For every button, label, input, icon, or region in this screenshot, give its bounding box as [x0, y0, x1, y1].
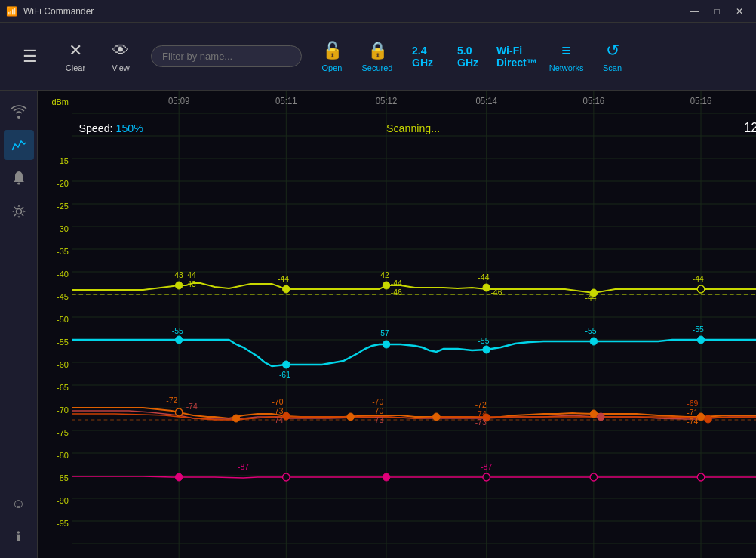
svg-text:-42: -42 [378, 270, 389, 279]
main-area: ☺ ℹ [0, 91, 756, 558]
filter-input[interactable] [151, 45, 302, 67]
svg-text:-73: -73 [475, 418, 487, 427]
bell-icon [11, 170, 27, 187]
svg-point-88 [175, 473, 182, 481]
svg-text:-44: -44 [391, 279, 402, 288]
svg-point-73 [705, 415, 711, 423]
svg-text:05:12: 05:12 [376, 96, 397, 106]
svg-text:-43: -43 [185, 279, 196, 288]
svg-text:-87: -87 [238, 462, 249, 471]
svg-text:05:11: 05:11 [275, 96, 297, 106]
svg-text:-70: -70 [372, 406, 383, 415]
dbm-minus85: -85 [57, 473, 69, 482]
sidebar-item-wifi[interactable] [4, 97, 34, 127]
scan-label: Scan [603, 63, 622, 72]
svg-text:-55: -55 [585, 326, 597, 335]
sidebar-item-settings[interactable] [4, 196, 34, 227]
svg-point-71 [598, 413, 604, 421]
svg-text:12: 12 [744, 120, 756, 136]
secured-label: Secured [362, 63, 393, 72]
wifi-icon [11, 103, 27, 120]
open-label: Open [322, 63, 343, 72]
sidebar-item-info[interactable]: ℹ [4, 522, 34, 552]
svg-point-36 [283, 285, 290, 293]
maximize-button[interactable]: □ [706, 3, 727, 20]
svg-point-38 [483, 284, 490, 291]
dbm-minus75: -75 [57, 428, 69, 437]
svg-point-64 [175, 408, 182, 416]
dbm-header: dBm [51, 97, 69, 106]
svg-text:-87: -87 [481, 462, 492, 471]
dbm-minus55: -55 [57, 338, 69, 347]
svg-text:05:14: 05:14 [475, 96, 497, 106]
svg-text:-55: -55 [693, 325, 704, 334]
close-button[interactable]: ✕ [729, 3, 750, 20]
title-bar-controls: — □ ✕ [684, 3, 750, 20]
dbm-minus15: -15 [57, 156, 69, 165]
svg-text:-46: -46 [391, 288, 402, 297]
svg-text:-44: -44 [278, 274, 289, 283]
dbm-minus90: -90 [57, 496, 69, 505]
view-icon: 👁 [112, 41, 129, 60]
dbm-labels: dBm -15 -20 -25 -30 -35 -40 -45 -50 -55 … [38, 91, 72, 558]
wifidirect-button[interactable]: Wi-FiDirect™ [490, 26, 543, 87]
networks-icon: ≡ [561, 41, 571, 60]
dbm-minus80: -80 [57, 451, 69, 460]
svg-text:-74: -74 [687, 417, 698, 426]
filter-wrap [151, 45, 302, 67]
svg-text:-43: -43 [172, 270, 183, 279]
networks-button[interactable]: ≡ Networks [543, 26, 590, 87]
sidebar-item-bell[interactable] [4, 163, 34, 193]
svg-text:Scanning...: Scanning... [386, 122, 440, 134]
clear-label: Clear [66, 63, 85, 72]
chart-area: 05:09 05:11 05:12 05:14 05:16 05:16 -43 … [38, 91, 756, 558]
view-label: View [112, 63, 130, 72]
svg-text:-44: -44 [693, 274, 704, 283]
sidebar-bottom: ☺ ℹ [4, 489, 34, 558]
menu-button[interactable]: ☰ [8, 26, 53, 87]
svg-text:-74: -74 [186, 402, 198, 411]
svg-point-90 [383, 473, 389, 481]
svg-point-68 [433, 413, 440, 421]
svg-point-70 [590, 410, 597, 418]
ghz50-button[interactable]: 5.0GHz [445, 26, 490, 87]
ghz50-icon: 5.0GHz [457, 45, 478, 69]
dbm-minus70: -70 [57, 405, 69, 415]
secured-button[interactable]: 🔒 Secured [355, 26, 400, 87]
wifidirect-icon: Wi-FiDirect™ [496, 45, 537, 69]
chart-line-icon [11, 137, 27, 153]
svg-text:-61: -61 [279, 370, 290, 379]
svg-text:05:16: 05:16 [583, 96, 604, 106]
dbm-minus45: -45 [57, 292, 69, 301]
svg-point-72 [697, 413, 704, 421]
svg-point-67 [347, 413, 354, 421]
hamburger-icon: ☰ [23, 47, 38, 66]
svg-point-1 [16, 209, 21, 214]
svg-rect-2 [72, 91, 756, 558]
gear-icon [11, 203, 27, 220]
scan-button[interactable]: ↺ Scan [590, 26, 635, 87]
lock-icon: 🔒 [367, 41, 388, 60]
svg-text:-72: -72 [475, 400, 487, 409]
clear-button[interactable]: ✕ Clear [53, 26, 98, 87]
ghz24-icon: 2.4GHz [412, 45, 433, 69]
svg-point-40 [697, 285, 704, 293]
sidebar-item-smiley[interactable]: ☺ [4, 489, 34, 519]
svg-text:-73: -73 [272, 406, 283, 415]
dbm-minus20: -20 [57, 179, 69, 188]
sidebar-item-chart[interactable] [4, 130, 34, 160]
open-button[interactable]: 🔓 Open [309, 26, 355, 87]
svg-text:05:16: 05:16 [690, 96, 711, 106]
minimize-button[interactable]: — [684, 3, 705, 20]
ghz24-button[interactable]: 2.4GHz [400, 26, 445, 87]
svg-point-55 [483, 346, 490, 353]
view-button[interactable]: 👁 View [98, 26, 143, 87]
svg-point-57 [697, 336, 704, 344]
svg-point-93 [697, 473, 704, 481]
app-icon: 📶 [6, 6, 17, 17]
dbm-minus25: -25 [57, 202, 69, 211]
svg-point-52 [175, 336, 182, 344]
svg-text:-55: -55 [478, 336, 489, 345]
svg-text:-70: -70 [272, 397, 283, 406]
toolbar: ☰ ✕ Clear 👁 View 🔓 Open 🔒 Secured 2.4GHz… [0, 23, 756, 91]
